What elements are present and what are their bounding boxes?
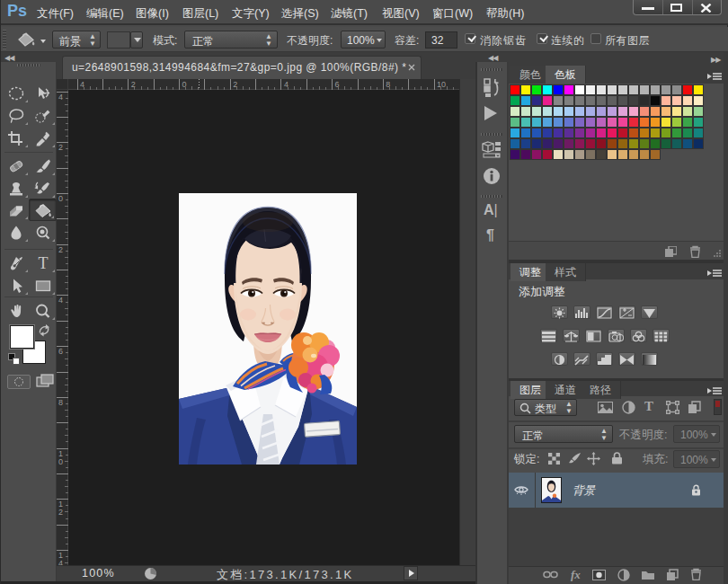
svg-text:T: T (38, 255, 48, 271)
